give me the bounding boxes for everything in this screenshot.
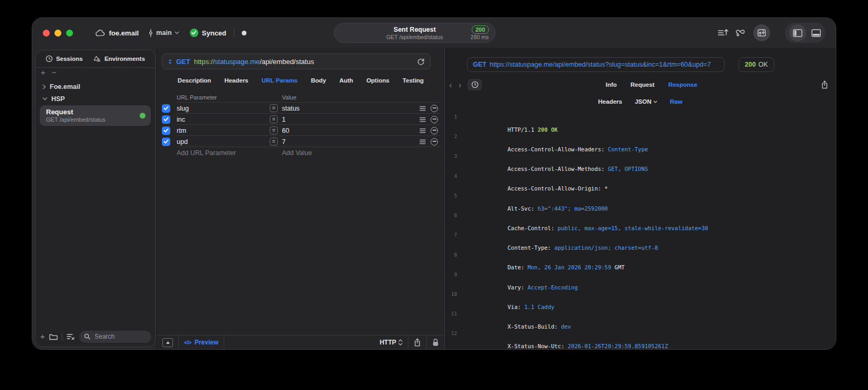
add-param-placeholder[interactable]: Add URL Parameter	[177, 149, 270, 157]
param-value-field[interactable]: 7	[282, 138, 286, 146]
tab-environments[interactable]: Environments	[93, 55, 145, 62]
forward-arrow-icon[interactable]: ›	[459, 80, 462, 89]
branch-switcher[interactable]: main	[148, 29, 179, 37]
close-button[interactable]	[43, 30, 50, 37]
subtab-headers[interactable]: Headers	[598, 98, 622, 105]
add-value-placeholder[interactable]: Add Value	[270, 149, 409, 157]
method-stepper-icon[interactable]	[168, 58, 172, 65]
remove-param-icon[interactable]	[431, 127, 438, 134]
minimize-button[interactable]	[54, 30, 61, 37]
sent-request-pill[interactable]: Sent Request GET /api/embed/status 200 2…	[334, 23, 496, 43]
response-line: 6 Cache-Control: public, max-age=15, sta…	[448, 212, 832, 231]
code-segment: Mon, 26 Jan 2026 20:29:59	[527, 264, 611, 270]
sidebar-list-actions: + −	[35, 68, 155, 76]
row-options-icon[interactable]	[419, 128, 426, 133]
filter-list-icon[interactable]	[67, 333, 75, 340]
toggle-sidebar-button[interactable]	[789, 24, 806, 41]
request-editor-tab[interactable]: Options	[367, 77, 389, 84]
param-name-field[interactable]: rtm	[177, 127, 270, 134]
search-input[interactable]	[94, 332, 147, 341]
line-number: 8	[448, 251, 461, 271]
param-name-field[interactable]: slug	[177, 105, 270, 112]
response-line: 8 Date: Mon, 26 Jan 2026 20:29:59 GMT	[448, 251, 832, 271]
request-editor-tab[interactable]: Auth	[339, 77, 353, 84]
collapse-panel-button[interactable]	[162, 338, 173, 347]
param-checkbox-checked[interactable]	[162, 138, 170, 146]
request-editor-tab[interactable]: Description	[178, 77, 211, 84]
params-rows: slug status	[162, 103, 440, 147]
request-editor-footer: </> Preview HTTP	[157, 335, 444, 349]
param-checkbox-checked[interactable]	[162, 115, 170, 124]
lock-icon[interactable]	[432, 338, 439, 347]
response-line: 11 X-Status-Build: dev	[448, 310, 832, 330]
code-segment: GMT	[611, 264, 625, 270]
sent-request-title: Sent Request	[394, 26, 436, 33]
remove-item-button[interactable]: −	[52, 69, 57, 76]
param-checkbox-checked[interactable]	[162, 126, 170, 135]
sent-requests-panel-button[interactable]	[753, 24, 770, 41]
equals-icon	[270, 138, 278, 146]
clock-icon	[45, 55, 53, 62]
request-list-item-selected[interactable]: Request GET /api/embed/status	[40, 105, 151, 126]
params-header-name: URL Parameter	[177, 94, 270, 101]
share-icon[interactable]	[414, 338, 421, 347]
export-requests-icon[interactable]	[718, 29, 728, 37]
refresh-icon[interactable]	[417, 58, 425, 66]
new-folder-icon[interactable]	[49, 333, 58, 340]
response-line: 7 Content-Type: application/json; charse…	[448, 231, 832, 251]
subtab-raw[interactable]: Raw	[670, 98, 683, 105]
new-request-button[interactable]: +	[40, 333, 45, 340]
protocol-selector[interactable]: HTTP	[380, 339, 403, 346]
response-tab[interactable]: Info	[606, 81, 617, 88]
code-icon: </>	[184, 339, 191, 346]
code-segment: Vary:	[508, 284, 528, 291]
response-url-box[interactable]: GET https://statuspage.me/api/embed/stat…	[467, 57, 725, 72]
param-name-field[interactable]: inc	[177, 116, 270, 123]
history-button[interactable]	[468, 79, 482, 90]
zoom-button[interactable]	[66, 30, 73, 37]
param-checkbox-checked[interactable]	[162, 104, 170, 113]
add-item-button[interactable]: +	[41, 69, 45, 76]
param-name-field[interactable]: upd	[177, 138, 270, 146]
param-value-field[interactable]: 1	[282, 116, 286, 123]
remove-param-icon[interactable]	[431, 138, 438, 146]
response-tab[interactable]: Request	[631, 81, 654, 88]
response-line: 4 Access-Control-Allow-Origin: *	[448, 173, 832, 192]
request-url-bar[interactable]: GET https://statuspage.me/api/embed/stat…	[162, 53, 431, 69]
share-icon[interactable]	[821, 80, 828, 89]
tree-group-hsp[interactable]: HSP	[38, 93, 152, 105]
subtab-raw-label: Raw	[670, 98, 683, 105]
project-switcher[interactable]: foe.email	[95, 29, 139, 37]
row-options-icon[interactable]	[419, 139, 426, 144]
remove-param-icon[interactable]	[431, 116, 438, 123]
param-value-field[interactable]: status	[282, 105, 299, 112]
divider	[224, 336, 224, 349]
sync-status[interactable]: Synced	[190, 29, 226, 37]
code-generator-icon[interactable]	[736, 29, 746, 37]
tree-group-foe-email[interactable]: Foe.email	[38, 80, 152, 93]
request-editor-pane: GET https://statuspage.me/api/embed/stat…	[157, 48, 444, 349]
request-editor-tab[interactable]: Headers	[224, 77, 248, 84]
request-editor-tab[interactable]: Testing	[403, 77, 424, 84]
code-segment: Content-Type	[608, 146, 648, 152]
remove-param-icon[interactable]	[431, 105, 438, 112]
subtab-json[interactable]: JSON	[635, 98, 657, 105]
back-arrow-icon[interactable]: ‹	[449, 80, 452, 89]
subtab-json-label: JSON	[635, 98, 651, 105]
request-editor-tab[interactable]: URL Params	[262, 77, 298, 84]
status-dot-icon	[242, 31, 246, 35]
divider	[62, 333, 62, 340]
param-value-field[interactable]: 60	[282, 127, 289, 134]
code-segment: dev	[561, 323, 571, 330]
toggle-bottom-panel-button[interactable]	[811, 29, 821, 37]
tab-sessions[interactable]: Sessions	[45, 55, 83, 62]
request-editor-tab[interactable]: Body	[311, 77, 326, 84]
row-options-icon[interactable]	[419, 106, 426, 111]
line-number: 2	[448, 133, 461, 152]
add-param-row[interactable]: Add URL Parameter Add Value	[162, 147, 440, 158]
sidebar-search[interactable]	[79, 331, 151, 343]
code-segment: 2026-01-26T20:29:59.859105261Z	[568, 343, 668, 349]
preview-button[interactable]: </> Preview	[184, 339, 218, 346]
response-tab[interactable]: Response	[668, 81, 697, 88]
row-options-icon[interactable]	[419, 117, 426, 122]
